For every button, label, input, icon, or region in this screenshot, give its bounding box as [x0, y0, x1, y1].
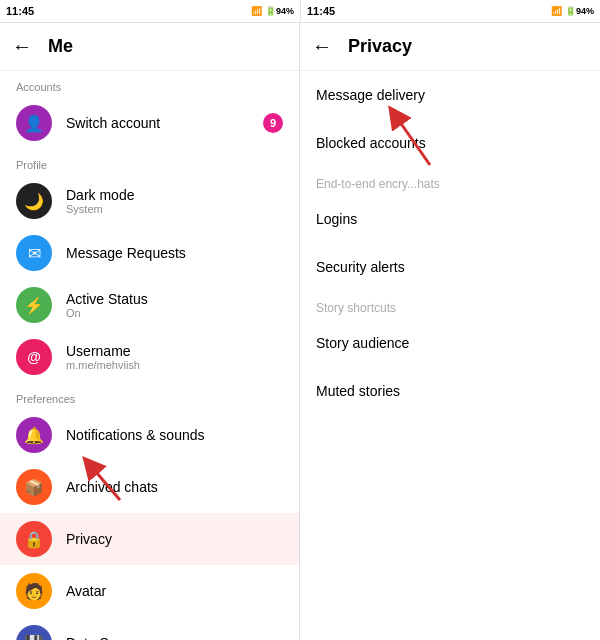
- right-section-story-shortcuts: Story shortcuts: [300, 291, 600, 319]
- story-audience-label: Story audience: [316, 335, 409, 351]
- switch-account-badge: 9: [263, 113, 283, 133]
- list-item-active-status[interactable]: ⚡ Active Status On: [0, 279, 299, 331]
- notifications-label: Notifications & sounds: [66, 427, 205, 443]
- message-requests-label: Message Requests: [66, 245, 186, 261]
- active-status-sublabel: On: [66, 307, 148, 319]
- list-item-notifications[interactable]: 🔔 Notifications & sounds: [0, 409, 299, 461]
- data-saver-label: Data Saver: [66, 635, 136, 640]
- left-back-arrow[interactable]: ←: [12, 35, 32, 58]
- left-content: Accounts 👤 Switch account 9 Profile 🌙 Da…: [0, 71, 299, 640]
- dark-mode-label: Dark mode: [66, 187, 134, 203]
- right-status-icons: 📶 🔋94%: [551, 6, 594, 16]
- muted-stories-label: Muted stories: [316, 383, 400, 399]
- left-header: ← Me: [0, 23, 299, 71]
- avatar-icon: 🧑: [16, 573, 52, 609]
- active-status-icon: ⚡: [16, 287, 52, 323]
- message-requests-icon: ✉: [16, 235, 52, 271]
- archived-chats-label: Archived chats: [66, 479, 158, 495]
- right-item-message-delivery[interactable]: Message delivery: [300, 71, 600, 119]
- list-item-avatar[interactable]: 🧑 Avatar: [0, 565, 299, 617]
- data-saver-icon: 💾: [16, 625, 52, 640]
- left-status-icons: 📶 🔋94%: [251, 6, 294, 16]
- username-label: Username: [66, 343, 140, 359]
- section-accounts: Accounts: [0, 71, 299, 97]
- list-item-privacy[interactable]: 🔒 Privacy: [0, 513, 299, 565]
- logins-label: Logins: [316, 211, 357, 227]
- username-sublabel: m.me/mehviish: [66, 359, 140, 371]
- left-status-bar: 11:45 📶 🔋94%: [0, 0, 300, 22]
- security-alerts-label: Security alerts: [316, 259, 405, 275]
- right-header: ← Privacy: [300, 23, 600, 71]
- right-section-e2e: End-to-end encry...hats: [300, 167, 600, 195]
- right-title: Privacy: [348, 36, 412, 57]
- section-profile: Profile: [0, 149, 299, 175]
- right-item-muted-stories[interactable]: Muted stories: [300, 367, 600, 415]
- privacy-label: Privacy: [66, 531, 112, 547]
- archived-chats-icon: 📦: [16, 469, 52, 505]
- right-panel: ← Privacy Message delivery Blocked accou…: [300, 23, 600, 640]
- status-bars: 11:45 📶 🔋94% 11:45 📶 🔋94%: [0, 0, 600, 22]
- notifications-icon: 🔔: [16, 417, 52, 453]
- left-title: Me: [48, 36, 73, 57]
- message-delivery-label: Message delivery: [316, 87, 425, 103]
- right-back-arrow[interactable]: ←: [312, 35, 332, 58]
- dark-mode-icon: 🌙: [16, 183, 52, 219]
- right-content: Message delivery Blocked accounts End-to…: [300, 71, 600, 640]
- list-item-switch-account[interactable]: 👤 Switch account 9: [0, 97, 299, 149]
- blocked-accounts-label: Blocked accounts: [316, 135, 426, 151]
- dark-mode-sublabel: System: [66, 203, 134, 215]
- list-item-username[interactable]: @ Username m.me/mehviish: [0, 331, 299, 383]
- privacy-icon: 🔒: [16, 521, 52, 557]
- section-preferences: Preferences: [0, 383, 299, 409]
- list-item-dark-mode[interactable]: 🌙 Dark mode System: [0, 175, 299, 227]
- list-item-message-requests[interactable]: ✉ Message Requests: [0, 227, 299, 279]
- switch-account-icon: 👤: [16, 105, 52, 141]
- username-icon: @: [16, 339, 52, 375]
- avatar-label: Avatar: [66, 583, 106, 599]
- right-item-security-alerts[interactable]: Security alerts: [300, 243, 600, 291]
- switch-account-label: Switch account: [66, 115, 160, 131]
- left-panel: ← Me Accounts 👤 Switch account 9 Profile…: [0, 23, 300, 640]
- left-time: 11:45: [6, 5, 34, 17]
- list-item-data-saver[interactable]: 💾 Data Saver: [0, 617, 299, 640]
- active-status-label: Active Status: [66, 291, 148, 307]
- right-item-story-audience[interactable]: Story audience: [300, 319, 600, 367]
- right-status-bar: 11:45 📶 🔋94%: [300, 0, 600, 22]
- right-item-blocked-accounts[interactable]: Blocked accounts: [300, 119, 600, 167]
- list-item-archived-chats[interactable]: 📦 Archived chats: [0, 461, 299, 513]
- right-time: 11:45: [307, 5, 335, 17]
- right-item-logins[interactable]: Logins: [300, 195, 600, 243]
- main-panels: ← Me Accounts 👤 Switch account 9 Profile…: [0, 22, 600, 640]
